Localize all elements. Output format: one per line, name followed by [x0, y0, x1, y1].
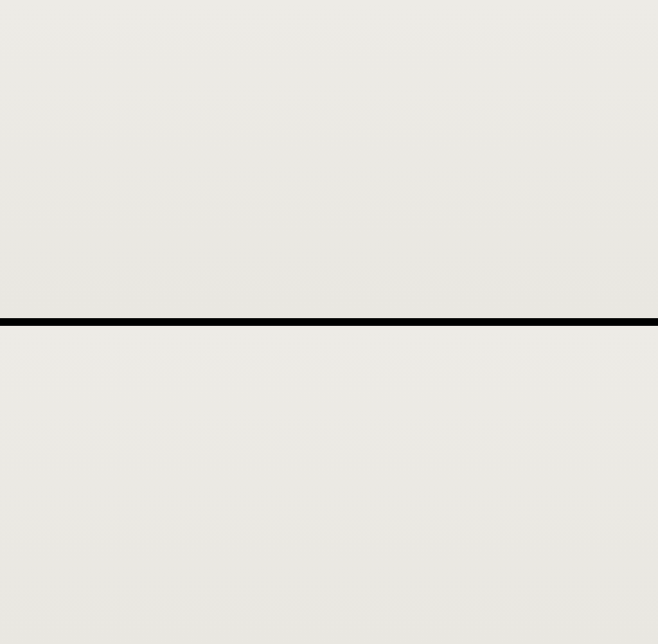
- basemap[interactable]: [0, 326, 658, 644]
- map-panel-top[interactable]: [0, 0, 658, 318]
- basemap[interactable]: [0, 0, 658, 318]
- panel-divider: [0, 318, 658, 326]
- map-panel-bottom[interactable]: [0, 326, 658, 644]
